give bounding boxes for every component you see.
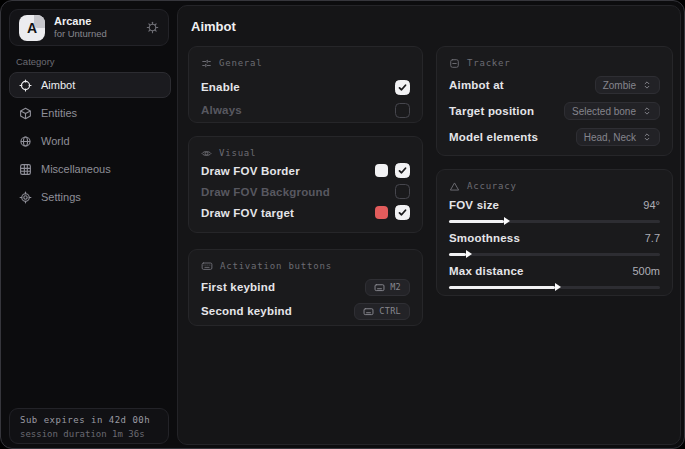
fov-target-checkbox[interactable] [395, 205, 410, 220]
first-keybind-button[interactable]: M2 [365, 279, 410, 296]
accuracy-card-header: Accuracy [449, 180, 660, 192]
sidebar-item-label: Settings [41, 191, 81, 203]
general-card-header: General [201, 57, 410, 69]
setting-row-always: Always [201, 100, 410, 120]
slider-thumb[interactable] [504, 217, 510, 225]
check-icon [398, 166, 407, 175]
sliders-icon [201, 58, 212, 69]
logo-letter: A [27, 20, 37, 36]
card-title: Visual [219, 148, 256, 158]
app-header: A Arcane for Unturned [9, 9, 169, 46]
enable-checkbox[interactable] [395, 80, 410, 95]
slider-fill [449, 253, 466, 256]
accuracy-card: Accuracy FOV size 94° Smoothness 7.7 [436, 169, 673, 296]
setting-label: Second keybind [201, 305, 292, 317]
slider-track[interactable] [449, 253, 660, 256]
sidebar-nav: Aimbot Entities World Miscellaneous [9, 72, 171, 212]
visual-card: Visual Draw FOV Border Draw FOV Backgrou… [188, 136, 423, 233]
max-distance-slider[interactable] [449, 283, 660, 291]
page-title: Aimbot [191, 19, 236, 34]
fov-target-color-swatch[interactable] [375, 206, 388, 219]
visual-card-header: Visual [201, 147, 410, 159]
slider-track[interactable] [449, 220, 660, 223]
sidebar-item-world[interactable]: World [9, 128, 171, 154]
setting-label: Smoothness [449, 232, 520, 244]
activation-card-header: Activation buttons [201, 260, 410, 272]
smoothness-slider[interactable] [449, 250, 660, 258]
setting-label: First keybind [201, 281, 275, 293]
setting-row-fov-target: Draw FOV target [201, 203, 410, 222]
setting-row-fov-background: Draw FOV Background [201, 182, 410, 201]
sidebar-item-label: Miscellaneous [41, 163, 111, 175]
cube-icon [19, 107, 32, 120]
setting-row-aimbot-at: Aimbot at Zombie [449, 75, 660, 95]
activation-card: Activation buttons First keybind M2 Seco… [188, 249, 423, 326]
setting-row-enable: Enable [201, 77, 410, 97]
setting-label: FOV size [449, 199, 499, 211]
setting-row-max-distance: Max distance 500m [449, 264, 660, 278]
gear-icon [19, 191, 32, 204]
setting-label: Draw FOV Background [201, 186, 330, 198]
slider-track[interactable] [449, 286, 660, 289]
fov-size-value: 94° [643, 199, 660, 211]
setting-label: Enable [201, 81, 240, 93]
card-title: General [219, 58, 263, 68]
scan-minus-icon [449, 58, 460, 69]
globe-icon [19, 135, 32, 148]
sidebar-item-entities[interactable]: Entities [9, 100, 171, 126]
always-checkbox[interactable] [395, 103, 410, 118]
sidebar-item-label: World [41, 135, 70, 147]
fov-border-checkbox[interactable] [395, 163, 410, 178]
tracker-card-header: Tracker [449, 57, 660, 69]
crosshair-icon [19, 79, 32, 92]
setting-row-fov-size: FOV size 94° [449, 198, 660, 212]
setting-row-smoothness: Smoothness 7.7 [449, 231, 660, 245]
dropdown-value: Selected bone [572, 106, 636, 117]
app-subtitle: for Unturned [54, 28, 107, 40]
card-title: Accuracy [467, 181, 517, 191]
slider-thumb[interactable] [555, 283, 561, 291]
fov-border-color-swatch[interactable] [375, 164, 388, 177]
fov-background-checkbox[interactable] [395, 184, 410, 199]
setting-row-target-position: Target position Selected bone [449, 101, 660, 121]
subscription-info: Sub expires in 42d 00h session duration … [9, 408, 169, 444]
sidebar-item-aimbot[interactable]: Aimbot [9, 72, 171, 98]
session-duration: session duration 1m 36s [20, 428, 158, 441]
sidebar-item-miscellaneous[interactable]: Miscellaneous [9, 156, 171, 182]
sidebar-item-settings[interactable]: Settings [9, 184, 171, 210]
slider-thumb[interactable] [466, 250, 472, 258]
setting-row-fov-border: Draw FOV Border [201, 161, 410, 180]
tracker-card: Tracker Aimbot at Zombie Target position… [436, 46, 673, 156]
sidebar-item-label: Entities [41, 107, 77, 119]
card-title: Activation buttons [220, 261, 332, 271]
fov-size-slider[interactable] [449, 217, 660, 225]
app-window: A Arcane for Unturned Category Aimbot [0, 0, 685, 449]
setting-row-second-keybind: Second keybind CTRL [201, 302, 410, 320]
second-keybind-button[interactable]: CTRL [354, 303, 410, 320]
keyboard-icon [201, 260, 213, 272]
check-icon [398, 83, 407, 92]
app-logo: A [19, 15, 45, 41]
dropdown-value: Head, Neck [584, 132, 636, 143]
aimbot-at-dropdown[interactable]: Zombie [595, 76, 660, 94]
setting-label: Aimbot at [449, 79, 504, 91]
category-label: Category [16, 56, 55, 67]
slider-fill [449, 286, 555, 289]
setting-label: Target position [449, 105, 534, 117]
gear-icon[interactable] [146, 21, 159, 34]
setting-label: Draw FOV target [201, 207, 294, 219]
chevrons-up-down-icon [642, 132, 652, 142]
chevrons-up-down-icon [642, 80, 652, 90]
keybind-value: M2 [390, 282, 401, 292]
max-distance-value: 500m [632, 265, 660, 277]
setting-label: Draw FOV Border [201, 165, 300, 177]
general-card: General Enable Always [188, 46, 423, 123]
card-title: Tracker [467, 58, 511, 68]
target-position-dropdown[interactable]: Selected bone [564, 102, 660, 120]
model-elements-dropdown[interactable]: Head, Neck [576, 128, 660, 146]
app-meta: Arcane for Unturned [54, 15, 107, 41]
dropdown-value: Zombie [603, 80, 636, 91]
sidebar-item-label: Aimbot [41, 79, 75, 91]
setting-label: Model elements [449, 131, 538, 143]
slider-fill [449, 220, 504, 223]
